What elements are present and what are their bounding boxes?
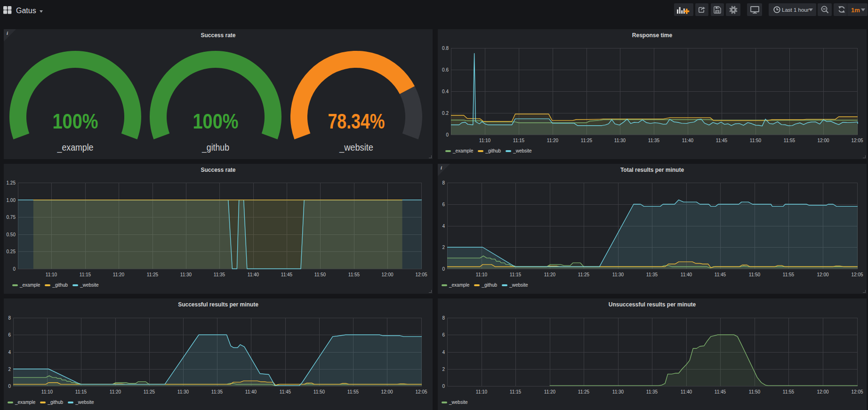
svg-text:11:25: 11:25	[147, 272, 159, 277]
svg-text:11:50: 11:50	[749, 389, 761, 394]
svg-text:11:30: 11:30	[614, 138, 626, 143]
svg-text:4: 4	[442, 350, 445, 355]
svg-text:0.2: 0.2	[442, 111, 449, 116]
svg-text:11:45: 11:45	[716, 138, 728, 143]
svg-text:0: 0	[13, 266, 16, 272]
svg-text:_github: _github	[201, 142, 229, 153]
svg-text:11:25: 11:25	[578, 389, 590, 394]
svg-text:11:50: 11:50	[314, 272, 326, 277]
svg-text:4: 4	[442, 224, 445, 229]
svg-text:11:55: 11:55	[348, 272, 360, 277]
svg-text:0.6: 0.6	[442, 67, 449, 72]
svg-text:12:00: 12:00	[381, 389, 393, 394]
svg-text:11:55: 11:55	[783, 389, 795, 394]
svg-text:11:55: 11:55	[784, 138, 796, 143]
svg-text:11:35: 11:35	[648, 138, 660, 143]
svg-text:11:50: 11:50	[749, 272, 761, 277]
svg-text:11:20: 11:20	[544, 272, 556, 277]
svg-text:_example: _example	[57, 142, 94, 153]
svg-text:11:35: 11:35	[214, 272, 225, 277]
svg-text:2: 2	[442, 367, 445, 372]
svg-text:12:05: 12:05	[851, 272, 863, 277]
svg-text:100%: 100%	[53, 109, 98, 133]
svg-text:0: 0	[8, 384, 11, 389]
svg-text:11:15: 11:15	[513, 138, 525, 143]
svg-text:12:00: 12:00	[817, 138, 829, 143]
svg-text:11:10: 11:10	[476, 389, 488, 394]
svg-text:11:25: 11:25	[144, 389, 155, 394]
svg-text:11:25: 11:25	[578, 272, 590, 277]
svg-text:0.8: 0.8	[442, 46, 449, 51]
svg-text:11:50: 11:50	[313, 389, 325, 394]
svg-text:0: 0	[442, 384, 445, 389]
svg-text:11:30: 11:30	[612, 389, 624, 394]
svg-text:11:20: 11:20	[113, 272, 125, 277]
svg-text:11:25: 11:25	[581, 138, 593, 143]
svg-text:0: 0	[446, 132, 449, 137]
svg-text:11:40: 11:40	[681, 272, 692, 277]
svg-text:2: 2	[8, 367, 11, 372]
svg-text:_website: _website	[339, 142, 373, 153]
svg-text:11:30: 11:30	[177, 389, 189, 394]
svg-text:1.00: 1.00	[7, 198, 16, 203]
svg-text:11:10: 11:10	[46, 272, 57, 277]
svg-text:11:45: 11:45	[715, 389, 726, 394]
svg-text:0.50: 0.50	[7, 232, 16, 237]
svg-text:11:55: 11:55	[347, 389, 359, 394]
svg-text:1.25: 1.25	[7, 180, 16, 185]
svg-text:4: 4	[8, 350, 11, 355]
svg-text:8: 8	[442, 315, 445, 321]
svg-text:11:40: 11:40	[245, 389, 257, 394]
svg-text:11:40: 11:40	[682, 138, 694, 143]
svg-text:12:05: 12:05	[851, 389, 863, 394]
svg-text:11:45: 11:45	[280, 389, 291, 394]
svg-text:0.25: 0.25	[7, 249, 16, 254]
svg-text:6: 6	[442, 202, 445, 207]
svg-text:11:40: 11:40	[248, 272, 259, 277]
svg-text:11:20: 11:20	[110, 389, 121, 394]
svg-text:12:05: 12:05	[415, 272, 427, 277]
svg-text:11:30: 11:30	[180, 272, 192, 277]
svg-text:12:00: 12:00	[817, 272, 828, 277]
svg-text:6: 6	[442, 332, 445, 338]
svg-text:11:35: 11:35	[646, 389, 658, 394]
svg-text:11:20: 11:20	[544, 389, 556, 394]
svg-text:0.75: 0.75	[7, 215, 16, 220]
svg-text:11:55: 11:55	[783, 272, 795, 277]
svg-text:11:35: 11:35	[646, 272, 658, 277]
svg-text:11:30: 11:30	[612, 272, 624, 277]
svg-text:11:45: 11:45	[715, 272, 726, 277]
svg-text:12:00: 12:00	[817, 389, 828, 394]
svg-text:100%: 100%	[193, 109, 239, 133]
svg-text:11:15: 11:15	[75, 389, 87, 394]
svg-text:12:05: 12:05	[415, 389, 427, 394]
svg-text:11:10: 11:10	[476, 272, 488, 277]
svg-text:11:45: 11:45	[281, 272, 293, 277]
svg-text:11:10: 11:10	[41, 389, 53, 394]
svg-text:11:35: 11:35	[211, 389, 223, 394]
svg-text:6: 6	[8, 332, 11, 338]
svg-text:11:15: 11:15	[80, 272, 91, 277]
svg-text:8: 8	[8, 315, 11, 321]
svg-text:0: 0	[442, 266, 445, 272]
svg-text:0.4: 0.4	[442, 89, 449, 94]
svg-text:12:00: 12:00	[381, 272, 393, 277]
svg-text:11:50: 11:50	[750, 138, 762, 143]
svg-text:11:20: 11:20	[547, 138, 559, 143]
svg-text:11:40: 11:40	[681, 389, 692, 394]
svg-text:11:15: 11:15	[510, 272, 522, 277]
svg-text:78.34%: 78.34%	[328, 109, 385, 133]
svg-text:12:05: 12:05	[851, 138, 863, 143]
svg-text:11:15: 11:15	[510, 389, 522, 394]
svg-text:11:10: 11:10	[479, 138, 491, 143]
svg-text:8: 8	[442, 180, 445, 185]
svg-text:2: 2	[442, 245, 445, 250]
